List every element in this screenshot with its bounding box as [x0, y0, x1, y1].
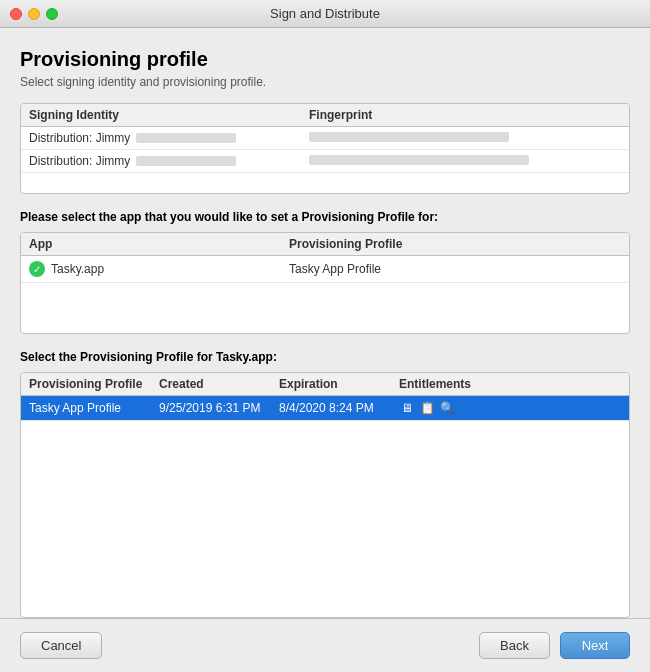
- col-signing-identity: Signing Identity: [29, 108, 309, 122]
- col-prov-profile: Provisioning Profile: [29, 377, 159, 391]
- fingerprint-cell-2: [309, 154, 621, 168]
- search-icon[interactable]: 🔍: [439, 400, 455, 416]
- page-subtitle: Select signing identity and provisioning…: [20, 75, 630, 89]
- col-fingerprint: Fingerprint: [309, 108, 621, 122]
- col-entitlements: Entitlements: [399, 377, 621, 391]
- prov-section-label: Select the Provisioning Profile for Task…: [20, 350, 630, 364]
- cancel-button[interactable]: Cancel: [20, 632, 102, 659]
- minimize-button[interactable]: [28, 8, 40, 20]
- app-row-1[interactable]: ✓ Tasky.app Tasky App Profile: [21, 256, 629, 283]
- bottom-bar: Cancel Back Next: [0, 618, 650, 672]
- signing-table-header: Signing Identity Fingerprint: [21, 104, 629, 127]
- close-button[interactable]: [10, 8, 22, 20]
- prov-empty-area: [21, 421, 629, 617]
- main-content: Provisioning profile Select signing iden…: [0, 28, 650, 618]
- bottom-right-buttons: Back Next: [479, 632, 630, 659]
- app-section-label: Please select the app that you would lik…: [20, 210, 630, 224]
- prov-entitlements-cell-1: 🖥 📋 🔍: [399, 400, 621, 416]
- prov-created-cell-1: 9/25/2019 6:31 PM: [159, 401, 279, 415]
- col-expiration: Expiration: [279, 377, 399, 391]
- col-created: Created: [159, 377, 279, 391]
- signing-cell-2: Distribution: Jimmy: [29, 154, 309, 168]
- traffic-lights: [10, 8, 58, 20]
- app-cell-1: ✓ Tasky.app: [29, 261, 289, 277]
- prov-profile-table: Provisioning Profile Created Expiration …: [20, 372, 630, 618]
- page-title: Provisioning profile: [20, 48, 630, 71]
- signing-empty-row: [21, 173, 629, 193]
- signing-identity-table: Signing Identity Fingerprint Distributio…: [20, 103, 630, 194]
- list-icon[interactable]: 📋: [419, 400, 435, 416]
- app-table: App Provisioning Profile ✓ Tasky.app Tas…: [20, 232, 630, 334]
- profile-cell-1: Tasky App Profile: [289, 262, 621, 276]
- blurred-fingerprint-1: [309, 132, 509, 142]
- blurred-signing-1: [136, 133, 236, 143]
- app-table-header: App Provisioning Profile: [21, 233, 629, 256]
- signing-cell-1: Distribution: Jimmy: [29, 131, 309, 145]
- prov-name-cell-1: Tasky App Profile: [29, 401, 159, 415]
- window-title: Sign and Distribute: [270, 6, 380, 21]
- prov-row-1[interactable]: Tasky App Profile 9/25/2019 6:31 PM 8/4/…: [21, 396, 629, 421]
- prov-table-header: Provisioning Profile Created Expiration …: [21, 373, 629, 396]
- back-button[interactable]: Back: [479, 632, 550, 659]
- blurred-signing-2: [136, 156, 236, 166]
- app-empty-rows: [21, 283, 629, 333]
- prov-expiration-cell-1: 8/4/2020 8:24 PM: [279, 401, 399, 415]
- device-icon[interactable]: 🖥: [399, 400, 415, 416]
- signing-row-2[interactable]: Distribution: Jimmy: [21, 150, 629, 173]
- title-bar: Sign and Distribute: [0, 0, 650, 28]
- col-app: App: [29, 237, 289, 251]
- col-provisioning-profile: Provisioning Profile: [289, 237, 621, 251]
- next-button[interactable]: Next: [560, 632, 630, 659]
- check-icon: ✓: [29, 261, 45, 277]
- fingerprint-cell-1: [309, 131, 621, 145]
- signing-row-1[interactable]: Distribution: Jimmy: [21, 127, 629, 150]
- blurred-fingerprint-2: [309, 155, 529, 165]
- maximize-button[interactable]: [46, 8, 58, 20]
